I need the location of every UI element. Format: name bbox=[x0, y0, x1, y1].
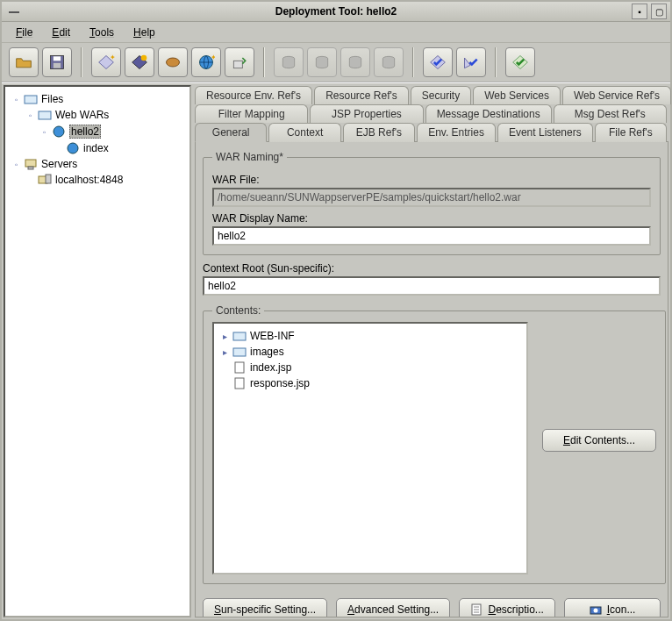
tree-index[interactable]: ◦ index bbox=[53, 141, 186, 155]
folder-icon bbox=[232, 330, 247, 342]
war-file-label: WAR File: bbox=[212, 174, 651, 186]
menu-file[interactable]: File bbox=[7, 25, 41, 40]
svg-point-19 bbox=[54, 126, 64, 137]
icon-button[interactable]: Icon... bbox=[564, 598, 661, 617]
tree-label: response.jsp bbox=[250, 377, 310, 389]
expand-icon[interactable]: ▸ bbox=[221, 332, 229, 340]
editor-panel: Resource Env. Ref's Resource Ref's Secur… bbox=[195, 85, 668, 617]
svg-rect-28 bbox=[235, 378, 244, 389]
tab-resource-refs[interactable]: Resource Ref's bbox=[314, 86, 409, 104]
tree-label: Servers bbox=[41, 158, 77, 170]
new-simple-button[interactable]: ✦ bbox=[91, 47, 121, 77]
tab-event-listeners[interactable]: Event Listeners bbox=[497, 123, 593, 142]
description-button[interactable]: Descriptio... bbox=[459, 598, 555, 617]
tree-label: WEB-INF bbox=[250, 330, 295, 342]
menu-help[interactable]: Help bbox=[125, 25, 164, 40]
tab-msg-dest-refs[interactable]: Msg Dest Ref's bbox=[554, 104, 667, 123]
svg-rect-1 bbox=[54, 56, 61, 61]
war-naming-group: WAR Naming* WAR File: WAR Display Name: bbox=[203, 151, 661, 255]
contents-legend: Contents: bbox=[212, 304, 264, 317]
db-button-2 bbox=[307, 47, 337, 77]
titlebar: Deployment Tool: hello2 ▪ ▢ bbox=[2, 2, 670, 22]
svg-rect-17 bbox=[25, 96, 37, 104]
expand-icon[interactable]: ◦ bbox=[26, 111, 34, 119]
tab-message-destinations[interactable]: Message Destinations bbox=[425, 104, 552, 123]
db-button-3 bbox=[340, 47, 370, 77]
tab-web-services[interactable]: Web Services bbox=[473, 86, 561, 104]
sun-specific-settings-button[interactable]: Sun-specific Setting... bbox=[203, 598, 327, 617]
tab-resource-env-refs[interactable]: Resource Env. Ref's bbox=[195, 86, 312, 104]
retrieve-button[interactable] bbox=[225, 47, 254, 77]
db-button-4 bbox=[374, 47, 404, 77]
tab-env-entries[interactable]: Env. Entries bbox=[417, 123, 496, 142]
expand-icon[interactable]: ◦ bbox=[12, 161, 20, 168]
minimize-button[interactable]: ▪ bbox=[632, 4, 647, 19]
tab-web-service-refs[interactable]: Web Service Ref's bbox=[562, 86, 671, 104]
svg-rect-21 bbox=[25, 160, 36, 167]
tree-label: localhost:4848 bbox=[55, 174, 123, 186]
contents-webinf[interactable]: ▸ WEB-INF bbox=[219, 329, 523, 343]
verify-blue-button-2[interactable] bbox=[456, 47, 486, 77]
tab-row-2: Filter Mapping JSP Properties Message De… bbox=[195, 104, 668, 122]
tree-label: index bbox=[83, 142, 109, 154]
tree-localhost[interactable]: ◦ localhost:4848 bbox=[25, 173, 186, 187]
contents-responsejsp[interactable]: ▸ response.jsp bbox=[219, 376, 523, 390]
button-label: Icon... bbox=[607, 603, 636, 616]
file-icon bbox=[232, 361, 247, 374]
tab-context[interactable]: Context bbox=[268, 123, 340, 142]
bean-button[interactable] bbox=[158, 47, 188, 77]
contents-images[interactable]: ▸ images bbox=[219, 345, 523, 359]
menu-edit[interactable]: Edit bbox=[43, 25, 79, 40]
open-button[interactable] bbox=[9, 47, 39, 77]
contents-tree[interactable]: ▸ WEB-INF ▸ images bbox=[212, 322, 528, 575]
expand-icon[interactable]: ▸ bbox=[221, 348, 229, 356]
save-button[interactable] bbox=[42, 47, 72, 77]
svg-text:✦: ✦ bbox=[110, 54, 115, 61]
menubar: File Edit Tools Help bbox=[2, 22, 670, 43]
tree-hello2[interactable]: ◦ hello2 bbox=[39, 124, 186, 139]
new-web-button[interactable]: ✦ bbox=[191, 47, 221, 77]
file-icon bbox=[232, 377, 247, 389]
tab-filter-mapping[interactable]: Filter Mapping bbox=[195, 104, 308, 123]
svg-rect-18 bbox=[39, 111, 51, 119]
war-display-name-field[interactable] bbox=[212, 226, 651, 246]
bottom-buttons: Sun-specific Setting... Advanced Setting… bbox=[203, 591, 661, 617]
tab-ejb-refs[interactable]: EJB Ref's bbox=[343, 123, 415, 142]
svg-point-20 bbox=[68, 143, 78, 153]
tree-files[interactable]: ◦ Files bbox=[11, 92, 186, 106]
titlebar-menu-icon[interactable] bbox=[9, 11, 19, 13]
svg-rect-25 bbox=[233, 332, 246, 340]
verify-blue-button-1[interactable] bbox=[423, 47, 453, 77]
svg-point-6 bbox=[141, 55, 147, 61]
tree-servers[interactable]: ◦ Servers bbox=[11, 157, 186, 171]
war-display-name-label: WAR Display Name: bbox=[212, 212, 651, 225]
expand-icon[interactable]: ◦ bbox=[12, 96, 20, 104]
svg-rect-24 bbox=[46, 175, 51, 183]
war-naming-legend: WAR Naming* bbox=[212, 151, 287, 163]
tab-file-refs[interactable]: File Ref's bbox=[595, 123, 667, 142]
expand-icon[interactable]: ◦ bbox=[40, 128, 48, 136]
toolbar: ✦ ✦ bbox=[2, 43, 670, 83]
contents-indexjsp[interactable]: ▸ index.jsp bbox=[219, 360, 523, 375]
tab-jsp-properties[interactable]: JSP Properties bbox=[310, 104, 423, 123]
maximize-button[interactable]: ▢ bbox=[651, 4, 667, 19]
advanced-settings-button[interactable]: Advanced Setting... bbox=[336, 598, 450, 617]
context-root-label: Context Root (Sun-specific): bbox=[203, 262, 661, 275]
verify-green-button[interactable] bbox=[505, 47, 535, 77]
globe-icon bbox=[52, 125, 66, 138]
svg-rect-10 bbox=[233, 61, 242, 68]
svg-text:✦: ✦ bbox=[211, 54, 215, 61]
document-icon bbox=[470, 603, 483, 616]
svg-point-7 bbox=[167, 58, 180, 67]
tree-label: index.jsp bbox=[250, 361, 291, 374]
edit-contents-button[interactable]: Edit Contents... bbox=[542, 429, 656, 452]
host-icon bbox=[38, 174, 52, 186]
new-sun-button[interactable] bbox=[125, 47, 154, 77]
tab-security[interactable]: Security bbox=[411, 86, 471, 104]
navigator-tree[interactable]: ◦ Files ◦ Web WARs bbox=[4, 85, 191, 617]
tree-webwars[interactable]: ◦ Web WARs bbox=[25, 108, 186, 122]
context-root-field[interactable] bbox=[203, 276, 661, 296]
menu-tools[interactable]: Tools bbox=[81, 25, 123, 40]
folder-icon bbox=[232, 346, 247, 358]
tab-general[interactable]: General bbox=[195, 123, 267, 142]
